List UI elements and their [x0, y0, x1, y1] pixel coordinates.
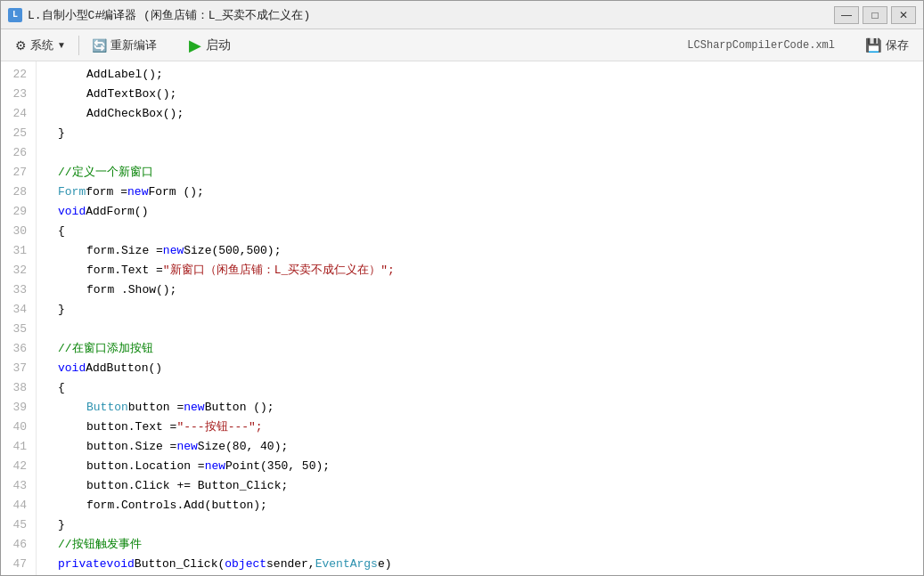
line-number: 42: [8, 457, 27, 476]
editor-area: 2223242526272829303132333435363738394041…: [1, 61, 923, 575]
line-number: 33: [8, 280, 27, 300]
code-line: form.Size = new Size(500,500);: [37, 241, 923, 261]
save-button[interactable]: 💾 保存: [858, 35, 916, 56]
recompile-label: 重新编译: [110, 37, 157, 53]
code-line: form.Controls.Add(button);: [37, 496, 923, 515]
code-line: {: [37, 378, 923, 398]
line-number: 34: [8, 300, 27, 320]
line-number: 23: [8, 85, 27, 104]
line-number: 26: [8, 143, 27, 163]
line-number: 29: [8, 202, 27, 222]
line-number: 48: [8, 574, 27, 575]
code-line: button.Size = new Size(80, 40);: [37, 437, 923, 457]
system-menu-button[interactable]: ⚙ 系统 ▼: [8, 35, 73, 56]
line-number: 28: [8, 183, 27, 202]
recompile-icon: 🔄: [92, 38, 107, 53]
code-line: AddTextBox();: [37, 85, 923, 104]
code-line: //定义一个新窗口: [37, 163, 923, 183]
line-number: 44: [8, 496, 27, 515]
line-number: 22: [8, 65, 27, 85]
title-bar: L L.自制小型C#编译器 (闲鱼店铺：L_买卖不成仁义在) — □ ✕: [1, 1, 923, 29]
code-editor[interactable]: AddLabel();AddTextBox();AddCheckBox();}/…: [37, 61, 923, 575]
code-line: [37, 320, 923, 339]
title-bar-left: L L.自制小型C#编译器 (闲鱼店铺：L_买卖不成仁义在): [8, 7, 310, 23]
line-number: 38: [8, 378, 27, 398]
line-number: 36: [8, 339, 27, 359]
line-number: 32: [8, 261, 27, 280]
recompile-button[interactable]: 🔄 重新编译: [85, 35, 164, 56]
run-button[interactable]: ▶ 启动: [178, 32, 241, 59]
file-name-label: LCSharpCompilerCode.xml: [678, 39, 844, 52]
line-number: 41: [8, 437, 27, 457]
code-line: {: [37, 574, 923, 575]
window-title: L.自制小型C#编译器 (闲鱼店铺：L_买卖不成仁义在): [28, 7, 310, 23]
code-line: form .Show();: [37, 280, 923, 300]
maximize-button[interactable]: □: [863, 6, 887, 24]
code-line: }: [37, 124, 923, 143]
code-line: //按钮触发事件: [37, 535, 923, 555]
line-number: 40: [8, 418, 27, 437]
system-label: 系统: [30, 37, 53, 53]
code-line: button.Location = new Point(350, 50);: [37, 457, 923, 476]
app-icon: L: [8, 8, 22, 22]
code-line: form.Text = "新窗口（闲鱼店铺：L_买卖不成仁义在）";: [37, 261, 923, 280]
line-number: 46: [8, 535, 27, 555]
code-line: AddCheckBox();: [37, 104, 923, 124]
line-numbers: 2223242526272829303132333435363738394041…: [1, 61, 37, 575]
save-icon: 💾: [865, 37, 882, 53]
code-line: {: [37, 222, 923, 241]
play-icon: ▶: [189, 36, 201, 55]
line-number: 25: [8, 124, 27, 143]
line-number: 37: [8, 359, 27, 378]
save-label: 保存: [886, 37, 909, 53]
close-button[interactable]: ✕: [891, 6, 916, 24]
main-window: L L.自制小型C#编译器 (闲鱼店铺：L_买卖不成仁义在) — □ ✕ ⚙ 系…: [0, 0, 924, 576]
code-line: void AddForm(): [37, 202, 923, 222]
window-controls: — □ ✕: [834, 6, 916, 24]
run-label: 启动: [206, 37, 231, 53]
code-line: void AddButton(): [37, 359, 923, 378]
code-line: //在窗口添加按钮: [37, 339, 923, 359]
line-number: 27: [8, 163, 27, 183]
code-line: private void Button_Click(object sender,…: [37, 555, 923, 574]
system-chevron-icon: ▼: [57, 40, 66, 50]
code-line: button.Text = "---按钮---";: [37, 418, 923, 437]
code-line: AddLabel();: [37, 65, 923, 85]
line-number: 31: [8, 241, 27, 261]
system-icon: ⚙: [15, 38, 27, 53]
line-number: 35: [8, 320, 27, 339]
code-line: }: [37, 300, 923, 320]
line-number: 47: [8, 555, 27, 574]
code-line: [37, 143, 923, 163]
toolbar-left-group: ⚙ 系统 ▼ 🔄 重新编译: [8, 35, 164, 56]
minimize-button[interactable]: —: [834, 6, 859, 24]
line-number: 43: [8, 476, 27, 496]
code-line: Form form = new Form ();: [37, 183, 923, 202]
code-line: Button button = new Button ();: [37, 398, 923, 418]
line-number: 45: [8, 515, 27, 535]
toolbar: ⚙ 系统 ▼ 🔄 重新编译 ▶ 启动 LCSharpCompilerCode.x…: [1, 29, 923, 61]
line-number: 24: [8, 104, 27, 124]
line-number: 39: [8, 398, 27, 418]
code-line: }: [37, 515, 923, 535]
toolbar-separator-1: [78, 36, 79, 55]
line-number: 30: [8, 222, 27, 241]
code-line: button.Click += Button_Click;: [37, 476, 923, 496]
